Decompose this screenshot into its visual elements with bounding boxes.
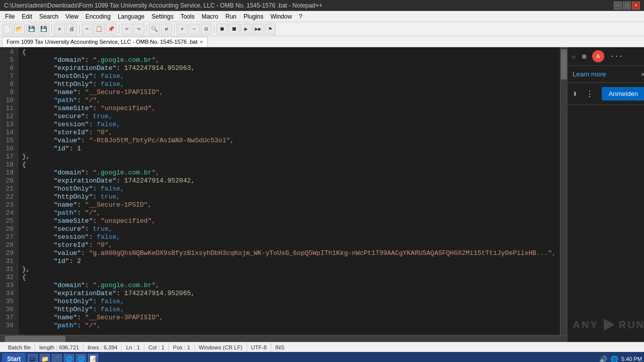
toolbar-find[interactable]: 🔍 bbox=[149, 24, 160, 35]
taskbar-audio-icon[interactable]: 🔊 bbox=[599, 355, 607, 363]
close-button[interactable]: ✕ bbox=[632, 2, 640, 10]
menu-window[interactable]: Window bbox=[267, 12, 295, 21]
menu-language[interactable]: Language bbox=[115, 12, 147, 21]
titlebar-buttons: − □ ✕ bbox=[614, 2, 640, 10]
menubar: File Edit Search View Encoding Language … bbox=[0, 11, 644, 22]
toolbar-macro-play[interactable]: ▶ bbox=[240, 24, 252, 35]
status-lines: lines : 6,394 bbox=[84, 342, 122, 352]
toolbar-close[interactable]: ✕ bbox=[54, 24, 65, 35]
user-avatar[interactable]: A bbox=[592, 50, 604, 62]
taskbar-icon-notepad[interactable]: 📝 bbox=[88, 354, 98, 362]
menu-plugins[interactable]: Plugins bbox=[240, 12, 266, 21]
taskbar-icon-chrome[interactable]: 🌐 bbox=[64, 354, 74, 362]
anmelden-button[interactable]: Anmelden bbox=[602, 87, 644, 101]
toolbar-macro-rec[interactable]: ⏺ bbox=[216, 24, 227, 35]
menu-help[interactable]: ? bbox=[296, 12, 305, 21]
rp-more-icon[interactable]: ⋮ bbox=[586, 89, 594, 99]
menu-settings[interactable]: Settings bbox=[148, 12, 176, 21]
toolbar-sep4 bbox=[146, 25, 147, 34]
minimize-button[interactable]: − bbox=[614, 2, 622, 10]
menu-tools[interactable]: Tools bbox=[178, 12, 198, 21]
vscrollbar-thumb[interactable] bbox=[561, 49, 567, 79]
toolbar-new[interactable]: 📄 bbox=[2, 24, 13, 35]
toolbar-zoom-in[interactable]: + bbox=[177, 24, 188, 35]
toolbar: 📄 📂 💾 💾 ✕ 🖨 ✂ 📋 📌 ↩ ↪ 🔍 ⇄ + − ⊡ ⏺ ⏹ ▶ ▶▶… bbox=[0, 22, 644, 36]
taskbar-icon-explorer[interactable]: 🗂 bbox=[28, 354, 38, 362]
status-pos: Pos : 1 bbox=[169, 342, 195, 352]
toolbar-cut[interactable]: ✂ bbox=[82, 24, 93, 35]
status-length: length : 696,721 bbox=[35, 342, 84, 352]
toolbar-redo[interactable]: ↪ bbox=[133, 24, 144, 35]
start-button[interactable]: Start bbox=[2, 353, 26, 362]
statusbar: Batch file length : 696,721 lines : 6,39… bbox=[0, 342, 644, 352]
status-filetype: Batch file bbox=[4, 342, 35, 352]
menu-file[interactable]: File bbox=[2, 12, 18, 21]
taskbar-network-icon[interactable]: 🌐 bbox=[610, 355, 618, 363]
menu-macro[interactable]: Macro bbox=[199, 12, 221, 21]
taskbar-icon-ie[interactable]: 🌐 bbox=[76, 354, 86, 362]
menu-encoding[interactable]: Encoding bbox=[83, 12, 114, 21]
code-content[interactable]: { "domain": ".google.com.br", "expiratio… bbox=[18, 47, 560, 335]
status-ln: Ln : 1 bbox=[122, 342, 144, 352]
menu-view[interactable]: View bbox=[62, 12, 82, 21]
anyrun-text: ANY bbox=[573, 319, 599, 331]
toolbar-macro-run[interactable]: ▶▶ bbox=[253, 24, 264, 35]
learn-more-bar: Learn more ✕ bbox=[568, 66, 644, 83]
editor-wrapper: 4567891011121314151617181920212223242526… bbox=[0, 47, 567, 342]
status-col: Col : 1 bbox=[144, 342, 169, 352]
toolbar-undo[interactable]: ↩ bbox=[121, 24, 132, 35]
toolbar-copy[interactable]: 📋 bbox=[94, 24, 105, 35]
toolbar-macro-save[interactable]: ⚑ bbox=[265, 24, 276, 35]
more-icon[interactable]: ··· bbox=[610, 52, 623, 60]
learn-more-link[interactable]: Learn more bbox=[573, 70, 606, 78]
main-layout: 4567891011121314151617181920212223242526… bbox=[0, 47, 644, 342]
file-tab[interactable]: Form 1099 Tax University Accounting Serv… bbox=[2, 37, 208, 47]
menu-run[interactable]: Run bbox=[222, 12, 239, 21]
toolbar-zoom-out[interactable]: − bbox=[189, 24, 200, 35]
taskbar-icon-media[interactable]: 🎵 bbox=[52, 354, 62, 362]
hscrollbar[interactable] bbox=[0, 335, 567, 342]
learn-more-close-icon[interactable]: ✕ bbox=[641, 70, 644, 78]
toolbar-open[interactable]: 📂 bbox=[14, 24, 25, 35]
toolbar-replace[interactable]: ⇄ bbox=[161, 24, 172, 35]
vscrollbar[interactable] bbox=[560, 47, 567, 335]
menu-search[interactable]: Search bbox=[36, 12, 61, 21]
hscrollbar-thumb[interactable] bbox=[5, 336, 65, 342]
editor-main: 4567891011121314151617181920212223242526… bbox=[0, 47, 567, 335]
taskbar-right: 🔊 🌐 5:40 PM bbox=[599, 355, 642, 363]
anyrun-run-text: RUN bbox=[619, 319, 644, 331]
tabbar: Form 1099 Tax University Accounting Serv… bbox=[0, 36, 644, 47]
toolbar-print[interactable]: 🖨 bbox=[66, 24, 77, 35]
toolbar-restore-zoom[interactable]: ⊡ bbox=[201, 24, 212, 35]
status-ins: INS bbox=[271, 342, 288, 352]
titlebar: C:\Users\admin\Downloads\Form 1099 Tax U… bbox=[0, 0, 644, 11]
rp-body: ANY RUN bbox=[568, 105, 644, 342]
toolbar-sep3 bbox=[119, 25, 119, 34]
rp-toolbar: ⬇ ⋮ Anmelden bbox=[568, 83, 644, 105]
status-encoding: UTF-8 bbox=[247, 342, 271, 352]
toolbar-sep2 bbox=[79, 25, 79, 34]
toolbar-paste[interactable]: 📌 bbox=[106, 24, 117, 35]
anyrun-play-icon bbox=[602, 318, 616, 332]
taskbar: Start 🗂 📁 🎵 🌐 🌐 📝 🔊 🌐 5:40 PM bbox=[0, 352, 644, 362]
collections-icon[interactable]: ⊞ bbox=[582, 52, 586, 61]
right-panel: ☆ ⊞ A ··· Learn more ✕ ⬇ ⋮ Anmelden ANY … bbox=[567, 47, 644, 342]
toolbar-sep6 bbox=[214, 25, 214, 34]
taskbar-icon-files[interactable]: 📁 bbox=[40, 354, 50, 362]
status-eol: Windows (CR LF) bbox=[195, 342, 247, 352]
window-title: C:\Users\admin\Downloads\Form 1099 Tax U… bbox=[4, 2, 323, 9]
right-panel-icons: ☆ ⊞ A ··· bbox=[572, 50, 623, 62]
menu-edit[interactable]: Edit bbox=[19, 12, 35, 21]
toolbar-macro-stop[interactable]: ⏹ bbox=[228, 24, 239, 35]
taskbar-time: 5:40 PM bbox=[621, 356, 642, 362]
toolbar-saveall[interactable]: 💾 bbox=[38, 24, 49, 35]
toolbar-save[interactable]: 💾 bbox=[26, 24, 37, 35]
download-icon[interactable]: ⬇ bbox=[573, 89, 578, 99]
tab-close-icon[interactable]: ✕ bbox=[199, 39, 203, 45]
star-icon[interactable]: ☆ bbox=[572, 52, 576, 61]
right-panel-top: ☆ ⊞ A ··· bbox=[568, 47, 644, 66]
anyrun-watermark: ANY RUN bbox=[573, 318, 644, 332]
tab-label: Form 1099 Tax University Accounting Serv… bbox=[7, 39, 197, 45]
maximize-button[interactable]: □ bbox=[623, 2, 631, 10]
line-numbers: 4567891011121314151617181920212223242526… bbox=[0, 47, 18, 335]
